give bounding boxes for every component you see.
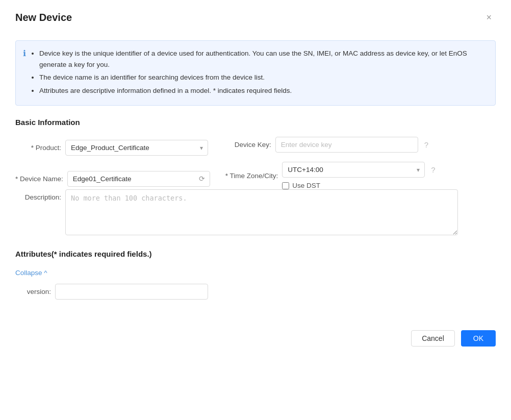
product-label: * Product: [15,144,61,152]
dialog-header: New Device × [15,10,496,30]
info-box: ℹ Device key is the unique identifier of… [15,40,496,106]
attributes-section: Attributes(* indicates required fields.)… [15,250,496,300]
timezone-label: * Time Zone/City: [225,172,278,180]
timezone-group: UTC+14:00 ▾ ? Use DST [282,162,435,189]
device-key-label: Device Key: [225,141,271,149]
left-form-col: * Product: Edge_Product_Certificate ▾ * … [15,137,210,189]
basic-information-section: Basic Information * Product: Edge_Produc… [15,118,496,235]
device-key-row: Device Key: ? [225,137,436,153]
description-row: Description: [15,189,496,235]
timezone-row: * Time Zone/City: UTC+14:00 ▾ ? Use DST [225,162,436,189]
ok-button[interactable]: OK [461,330,496,347]
device-key-input[interactable] [275,137,418,153]
version-row: version: [15,284,496,300]
basic-info-form: * Product: Edge_Product_Certificate ▾ * … [15,137,496,189]
description-label: Description: [15,189,61,201]
info-icon: ℹ [23,48,26,58]
basic-info-title: Basic Information [15,118,496,127]
timezone-select-row: UTC+14:00 ▾ ? [282,162,435,178]
device-name-label: * Device Name: [15,175,63,183]
new-device-dialog: New Device × ℹ Device key is the unique … [0,0,511,420]
use-dst-checkbox[interactable] [282,182,289,189]
description-input[interactable] [65,189,458,235]
dst-row: Use DST [282,182,435,189]
use-dst-label: Use DST [292,182,320,189]
info-content: Device key is the unique identifier of a… [31,48,487,98]
attributes-title: Attributes(* indicates required fields.) [15,250,496,258]
close-button[interactable]: × [482,10,496,25]
dialog-footer: Cancel OK [15,320,496,347]
info-list: Device key is the unique identifier of a… [31,48,487,96]
dialog-title: New Device [15,12,72,23]
device-key-help-icon[interactable]: ? [424,140,428,149]
version-input[interactable] [55,284,208,300]
timezone-help-icon[interactable]: ? [431,165,435,174]
device-name-input[interactable] [67,171,210,187]
info-item-3: Attributes are descriptive information d… [39,85,487,96]
right-form-col: Device Key: ? * Time Zone/City: UTC+14:0… [225,137,436,189]
collapse-link[interactable]: Collapse ^ [15,269,47,277]
product-select-wrapper: Edge_Product_Certificate ▾ [65,140,208,156]
version-label: version: [15,288,51,295]
info-item-2: The device name is an identifier for sea… [39,72,487,83]
timezone-select-wrapper: UTC+14:00 ▾ [282,162,425,178]
device-name-row: * Device Name: ⟳ [15,168,210,190]
device-name-wrapper: ⟳ [67,171,210,187]
product-row: * Product: Edge_Product_Certificate ▾ [15,137,210,159]
cancel-button[interactable]: Cancel [411,330,455,347]
info-item-1: Device key is the unique identifier of a… [39,48,487,70]
product-select[interactable]: Edge_Product_Certificate [65,140,208,156]
timezone-select[interactable]: UTC+14:00 [282,162,425,178]
refresh-icon[interactable]: ⟳ [199,175,205,183]
